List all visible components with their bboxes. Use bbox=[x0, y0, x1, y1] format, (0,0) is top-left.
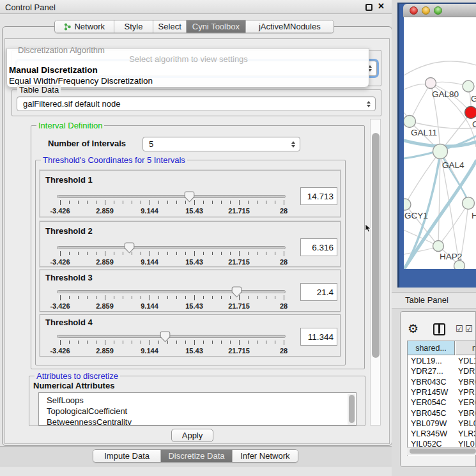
slider-tick bbox=[275, 341, 275, 344]
slider-thumb[interactable] bbox=[160, 331, 171, 342]
node-attribute-table[interactable]: shared... n YDL19...YDL1YDR27...YDR2YBR0… bbox=[407, 341, 476, 456]
slider-tick bbox=[150, 340, 150, 345]
table-data-combo[interactable]: galFiltered.sif default node bbox=[17, 96, 376, 111]
numerical-attributes-list[interactable]: SelfLoopsTopologicalCoefficientBetweenne… bbox=[38, 392, 357, 426]
cell-name: YLR3 bbox=[458, 429, 476, 438]
tab-select[interactable]: Select bbox=[153, 20, 187, 33]
threshold-panel-2: Threshold 2-3.4262.8599.14415.4321.71528… bbox=[40, 221, 341, 267]
slider-thumb[interactable] bbox=[124, 242, 135, 254]
slider-tick bbox=[158, 201, 159, 204]
slider-tick bbox=[167, 252, 168, 255]
horizontal-scrollbar-thumb[interactable] bbox=[410, 449, 476, 454]
node-gal80[interactable] bbox=[426, 78, 436, 89]
checkbox-icon[interactable]: ☑ bbox=[456, 324, 463, 334]
table-row[interactable]: YBR045CYBR0 bbox=[408, 408, 476, 418]
table-row[interactable]: YBL079WYBL0 bbox=[408, 418, 476, 429]
float-window-icon[interactable] bbox=[365, 4, 372, 11]
table-row[interactable]: YBR043CYBR0 bbox=[408, 377, 476, 387]
tab-impute-data[interactable]: Impute Data bbox=[93, 450, 161, 462]
slider-tick bbox=[194, 340, 195, 345]
number-of-intervals-combo[interactable]: 5 bbox=[142, 137, 300, 151]
slider-tick-label: -3.426 bbox=[40, 302, 81, 310]
minimize-traffic-light-icon[interactable] bbox=[422, 6, 430, 15]
slider-tick-label: 28 bbox=[263, 207, 304, 215]
slider-thumb[interactable] bbox=[184, 191, 195, 203]
popup-option-manual[interactable]: Manual Discretization bbox=[9, 65, 98, 75]
slider-tick bbox=[185, 296, 186, 299]
column-header-shared-name[interactable]: shared... bbox=[408, 341, 455, 355]
slider-tick bbox=[212, 252, 213, 255]
table-row[interactable]: YDL19...YDL1 bbox=[408, 356, 476, 366]
network-canvas[interactable]: GAL80 GA C GAL11 GAL4 GCY1 H HAP2 bbox=[404, 17, 476, 269]
columns-icon[interactable] bbox=[433, 323, 445, 335]
slider-tick bbox=[257, 296, 257, 299]
threshold-value-field[interactable]: 6.316 bbox=[300, 238, 337, 256]
popup-option-equal-width[interactable]: Equal Width/Frequency Discretization bbox=[9, 76, 153, 86]
node-hap2[interactable] bbox=[433, 241, 444, 252]
node-label-red: C bbox=[472, 119, 476, 129]
slider-track[interactable] bbox=[57, 290, 286, 293]
attribute-list-item[interactable]: TopologicalCoefficient bbox=[47, 406, 127, 416]
node-gal11[interactable] bbox=[404, 116, 416, 128]
tab-style[interactable]: Style bbox=[114, 20, 154, 33]
tab-infer-network[interactable]: Infer Network bbox=[233, 450, 298, 462]
threshold-panel-3: Threshold 3-3.4262.8599.14415.4321.71528… bbox=[40, 270, 341, 312]
slider-tick-label: -3.426 bbox=[40, 258, 81, 266]
table-row[interactable]: YLR345WYLR3 bbox=[408, 429, 476, 439]
slider-tick-label: 9.144 bbox=[129, 207, 170, 215]
network-icon bbox=[63, 22, 72, 31]
threshold-value-field[interactable]: 11.344 bbox=[300, 328, 337, 346]
slider-tick bbox=[221, 252, 222, 255]
attribute-list-item[interactable]: SelfLoops bbox=[47, 395, 84, 405]
node-right-h[interactable] bbox=[463, 197, 475, 210]
slider-tick-label: 2.859 bbox=[84, 347, 125, 355]
slider-tick bbox=[87, 341, 88, 344]
attribute-list-item[interactable]: BetweennessCentrality bbox=[47, 417, 132, 426]
cell-shared-name: YBR045C bbox=[411, 409, 447, 418]
tab-jactivemnodules[interactable]: jActiveMNodules bbox=[246, 20, 334, 33]
slider-tick bbox=[248, 252, 249, 255]
cell-name: YBR0 bbox=[458, 409, 476, 418]
close-traffic-light-icon[interactable] bbox=[410, 6, 418, 15]
popup-hint: Select algorithm to view settings bbox=[7, 54, 370, 64]
checkbox-icon[interactable]: ☑ bbox=[465, 324, 473, 334]
table-row[interactable]: YER054CYER0 bbox=[408, 397, 476, 408]
slider-tick bbox=[87, 252, 88, 255]
tab-discretize-data[interactable]: Discretize Data bbox=[161, 450, 232, 462]
slider-track[interactable] bbox=[57, 195, 286, 198]
list-scrollbar[interactable] bbox=[348, 394, 355, 426]
vertical-scrollbar-thumb[interactable] bbox=[372, 133, 380, 358]
gear-icon[interactable]: ⚙ bbox=[408, 321, 418, 336]
tab-cyni-toolbox[interactable]: Cyni Toolbox bbox=[187, 20, 246, 33]
column-header-name[interactable]: n bbox=[456, 341, 476, 355]
zoom-traffic-light-icon[interactable] bbox=[434, 6, 442, 15]
interval-definition-group-label: Interval Definition bbox=[36, 121, 104, 130]
table-row[interactable]: YPR145WYPR1 bbox=[408, 387, 476, 397]
slider-tick bbox=[221, 201, 222, 204]
close-icon[interactable]: ✕ bbox=[378, 1, 385, 11]
slider-track[interactable] bbox=[57, 335, 286, 338]
slider-track[interactable] bbox=[57, 246, 286, 249]
threshold-label: Threshold 3 bbox=[45, 273, 93, 282]
network-graph: GAL80 GA C GAL11 GAL4 GCY1 H HAP2 bbox=[404, 17, 476, 269]
slider-tick bbox=[123, 201, 123, 204]
slider-tick bbox=[78, 296, 79, 299]
node-bottom-right[interactable] bbox=[454, 261, 465, 270]
list-scrollbar-thumb[interactable] bbox=[349, 395, 355, 423]
bottom-strip-lower bbox=[0, 466, 395, 476]
slider-tick bbox=[167, 296, 168, 299]
node-gal4[interactable] bbox=[433, 144, 448, 159]
threshold-value-field[interactable]: 14.713 bbox=[300, 187, 337, 205]
apply-button[interactable]: Apply bbox=[171, 429, 213, 442]
slider-tick bbox=[69, 201, 70, 204]
node-selected-red[interactable] bbox=[465, 107, 476, 119]
threshold-value-field[interactable]: 21.4 bbox=[300, 283, 337, 301]
table-row[interactable]: YDR27...YDR2 bbox=[408, 366, 476, 376]
node-right-top[interactable] bbox=[463, 81, 474, 92]
cell-name: YER0 bbox=[458, 398, 476, 407]
slider-thumb[interactable] bbox=[231, 286, 242, 298]
tab-network[interactable]: Network bbox=[55, 20, 114, 33]
node-gcy1[interactable] bbox=[404, 199, 411, 210]
slider-tick bbox=[203, 252, 204, 255]
threshold-panel-1: Threshold 1-3.4262.8599.14415.4321.71528… bbox=[40, 170, 341, 217]
